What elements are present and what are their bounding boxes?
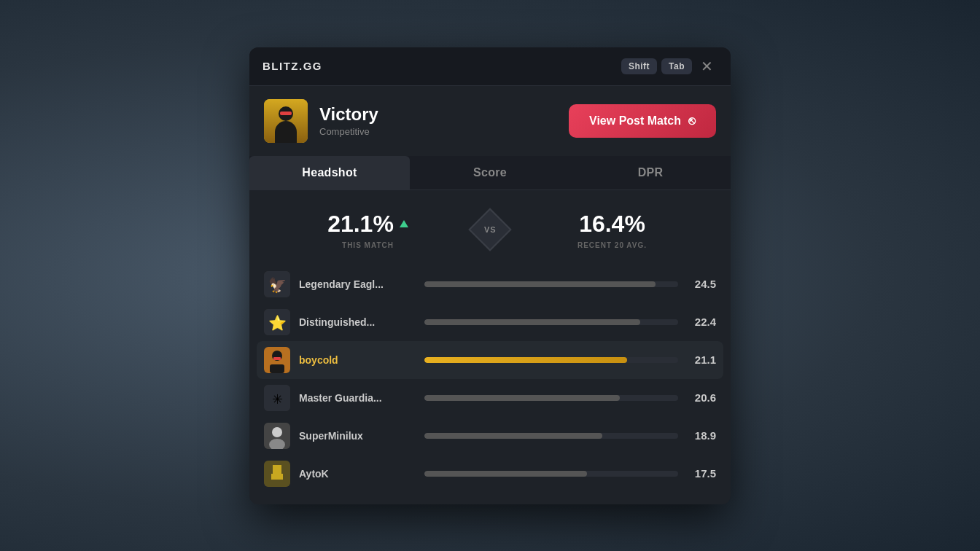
close-button[interactable]: ✕ xyxy=(696,58,718,75)
view-postmatch-label: View Post Match xyxy=(589,114,681,128)
player-name: Distinguished... xyxy=(299,316,416,328)
tab-dpr[interactable]: DPR xyxy=(570,156,731,189)
trend-up-icon xyxy=(400,220,408,227)
vs-text: VS xyxy=(484,225,497,234)
player-row: SuperMinilux 18.9 xyxy=(257,417,723,455)
player-list: 🦅 Legendary Eagl... 24.5 ⭐ Distinguished… xyxy=(249,265,731,504)
player-avatar-sm: ✳ xyxy=(264,385,290,411)
player-score: 22.4 xyxy=(687,316,716,328)
recent-avg-label: RECENT 20 AVG. xyxy=(516,241,709,249)
panel-header: BLITZ.GG Shift Tab ✕ xyxy=(249,47,731,86)
tab-bar: Headshot Score DPR xyxy=(249,156,731,190)
svg-text:✳: ✳ xyxy=(272,392,283,407)
avatar xyxy=(264,99,308,143)
score-bar-container xyxy=(424,281,678,287)
player-name: Legendary Eagl... xyxy=(299,278,416,290)
tab-headshot[interactable]: Headshot xyxy=(249,156,410,189)
score-bar-container xyxy=(424,395,678,401)
stat-recent-avg: 16.4% RECENT 20 AVG. xyxy=(516,211,709,249)
this-match-label: THIS MATCH xyxy=(271,241,464,249)
player-name: AytoK xyxy=(299,468,416,480)
player-avatar-sm xyxy=(264,461,290,487)
score-bar-fill xyxy=(424,395,620,401)
score-bar-container xyxy=(424,471,678,477)
external-link-icon: ⎋ xyxy=(688,114,696,128)
player-score: 18.9 xyxy=(687,429,716,442)
player-row: ✳ Master Guardia... 20.6 xyxy=(257,379,723,417)
player-score: 24.5 xyxy=(687,278,716,290)
player-avatar-sm xyxy=(264,347,290,373)
score-bar-fill xyxy=(424,357,627,363)
player-row: ⭐ Distinguished... 22.4 xyxy=(257,303,723,341)
player-name: Master Guardia... xyxy=(299,392,416,404)
overlay-panel: BLITZ.GG Shift Tab ✕ Victory Competitive… xyxy=(249,47,731,504)
stats-compare: 21.1% THIS MATCH VS 16.4% RECENT 20 AVG. xyxy=(249,190,731,265)
player-name: boycold xyxy=(299,354,416,366)
match-mode: Competitive xyxy=(319,126,378,137)
player-avatar-sm: ⭐ xyxy=(264,309,290,335)
score-bar-container xyxy=(424,319,678,325)
svg-rect-15 xyxy=(271,474,283,480)
player-score: 20.6 xyxy=(687,391,716,404)
tab-key-badge: Tab xyxy=(661,58,692,74)
recent-avg-value: 16.4% xyxy=(516,211,709,238)
player-row: boycold 21.1 xyxy=(257,341,723,379)
match-left: Victory Competitive xyxy=(264,99,378,143)
score-bar-fill xyxy=(424,319,640,325)
player-row: 🦅 Legendary Eagl... 24.5 xyxy=(257,265,723,303)
this-match-value: 21.1% xyxy=(271,211,464,238)
score-bar-container xyxy=(424,433,678,439)
score-bar-container xyxy=(424,357,678,363)
match-result: Victory xyxy=(319,104,378,125)
player-score: 21.1 xyxy=(687,353,716,366)
header-controls: Shift Tab ✕ xyxy=(621,58,718,75)
tab-score[interactable]: Score xyxy=(410,156,570,189)
match-info: Victory Competitive View Post Match ⎋ xyxy=(249,86,731,156)
svg-point-11 xyxy=(272,427,282,437)
view-postmatch-button[interactable]: View Post Match ⎋ xyxy=(569,104,716,138)
vs-divider: VS xyxy=(472,211,508,248)
svg-rect-7 xyxy=(273,357,281,360)
player-row: AytoK 17.5 xyxy=(257,455,723,493)
player-avatar-sm: 🦅 xyxy=(264,271,290,297)
brand-name: BLITZ.GG xyxy=(262,60,322,72)
match-text: Victory Competitive xyxy=(319,104,378,137)
svg-text:⭐: ⭐ xyxy=(268,314,287,332)
score-bar-fill xyxy=(424,471,587,477)
player-name: SuperMinilux xyxy=(299,430,416,442)
score-bar-fill xyxy=(424,281,656,287)
player-avatar-sm xyxy=(264,423,290,449)
svg-rect-6 xyxy=(270,364,284,373)
shift-key-badge: Shift xyxy=(621,58,657,74)
svg-text:🦅: 🦅 xyxy=(268,276,287,294)
stat-this-match: 21.1% THIS MATCH xyxy=(271,211,464,249)
score-bar-fill xyxy=(424,433,602,439)
player-score: 17.5 xyxy=(687,467,716,480)
